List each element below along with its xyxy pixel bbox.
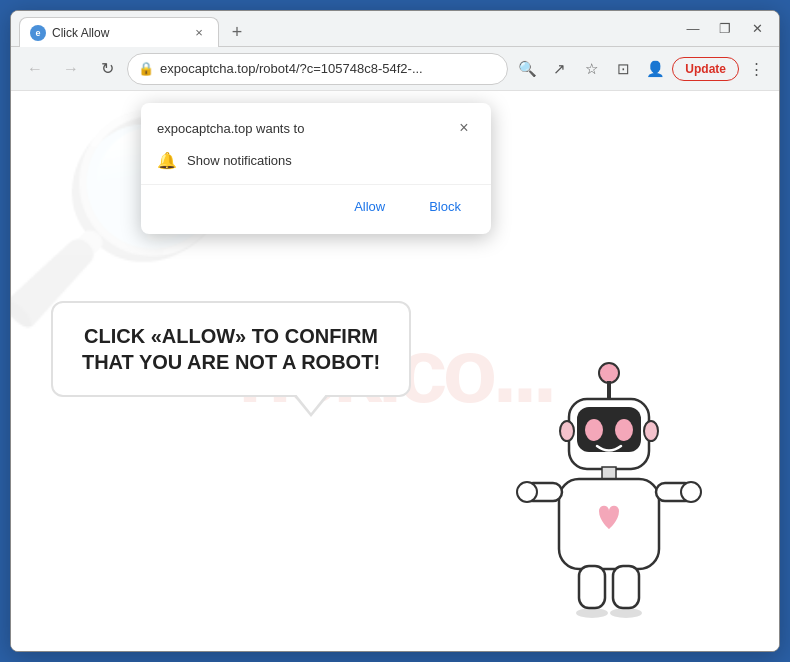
new-tab-button[interactable]: +: [223, 18, 251, 46]
popup-actions: Allow Block: [141, 184, 491, 234]
active-tab[interactable]: e Click Allow ×: [19, 17, 219, 47]
lock-icon: 🔒: [138, 61, 154, 76]
content-area: risk.co... 🔎 expocaptcha.top wants to × …: [11, 91, 779, 651]
tab-favicon: e: [30, 25, 46, 41]
svg-point-17: [610, 608, 642, 618]
profile-icon-button[interactable]: 👤: [640, 54, 670, 84]
svg-point-4: [585, 419, 603, 441]
popup-header: expocaptcha.top wants to ×: [141, 103, 491, 147]
minimize-button[interactable]: —: [679, 15, 707, 43]
address-text: expocaptcha.top/robot4/?c=105748c8-54f2-…: [160, 61, 497, 76]
svg-point-16: [576, 608, 608, 618]
title-bar: e Click Allow × + — ❐ ✕: [11, 11, 779, 47]
svg-rect-15: [613, 566, 639, 608]
allow-button[interactable]: Allow: [336, 193, 403, 220]
back-button[interactable]: ←: [19, 53, 51, 85]
tab-area: e Click Allow × +: [19, 11, 671, 46]
svg-point-5: [615, 419, 633, 441]
notification-label: Show notifications: [187, 153, 292, 168]
svg-point-0: [599, 363, 619, 383]
block-button[interactable]: Block: [411, 193, 479, 220]
tab-close-button[interactable]: ×: [190, 24, 208, 42]
svg-point-13: [681, 482, 701, 502]
forward-button[interactable]: →: [55, 53, 87, 85]
toolbar-icons: 🔍 ↗ ☆ ⊡ 👤 Update ⋮: [512, 54, 771, 84]
search-icon-button[interactable]: 🔍: [512, 54, 542, 84]
close-button[interactable]: ✕: [743, 15, 771, 43]
svg-point-12: [517, 482, 537, 502]
address-bar[interactable]: 🔒 expocaptcha.top/robot4/?c=105748c8-54f…: [127, 53, 508, 85]
popup-notification-row: 🔔 Show notifications: [141, 147, 491, 184]
main-message: CLICK «ALLOW» TO CONFIRM THAT YOU ARE NO…: [77, 323, 385, 375]
reload-button[interactable]: ↻: [91, 53, 123, 85]
tab-title: Click Allow: [52, 26, 184, 40]
maximize-button[interactable]: ❐: [711, 15, 739, 43]
speech-bubble: CLICK «ALLOW» TO CONFIRM THAT YOU ARE NO…: [51, 301, 411, 397]
bookmark-icon-button[interactable]: ☆: [576, 54, 606, 84]
popup-title-text: expocaptcha.top wants to: [157, 121, 304, 136]
toolbar: ← → ↻ 🔒 expocaptcha.top/robot4/?c=105748…: [11, 47, 779, 91]
browser-window: e Click Allow × + — ❐ ✕ ← → ↻ 🔒 expocapt…: [10, 10, 780, 652]
menu-icon-button[interactable]: ⋮: [741, 54, 771, 84]
notification-popup: expocaptcha.top wants to × 🔔 Show notifi…: [141, 103, 491, 234]
update-button[interactable]: Update: [672, 57, 739, 81]
popup-close-button[interactable]: ×: [453, 117, 475, 139]
robot-character: [499, 351, 719, 631]
svg-point-6: [560, 421, 574, 441]
svg-rect-14: [579, 566, 605, 608]
window-controls: — ❐ ✕: [679, 15, 771, 43]
share-icon-button[interactable]: ↗: [544, 54, 574, 84]
svg-point-7: [644, 421, 658, 441]
split-icon-button[interactable]: ⊡: [608, 54, 638, 84]
bell-icon: 🔔: [157, 151, 177, 170]
